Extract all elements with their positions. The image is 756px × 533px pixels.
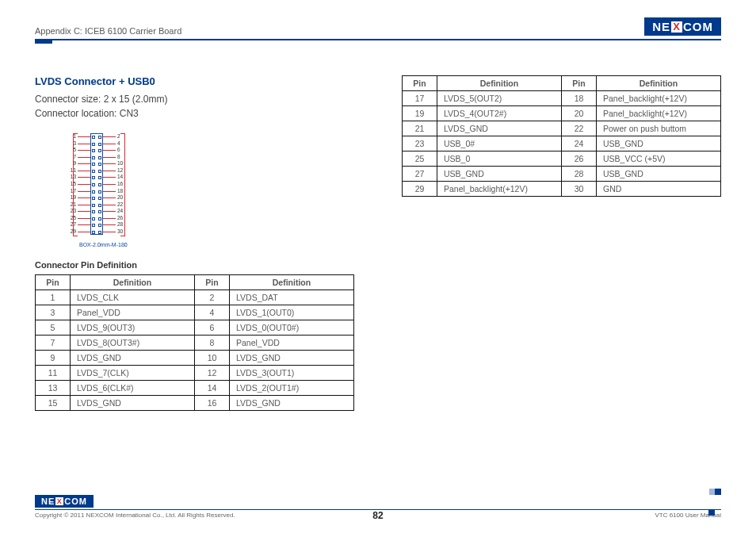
th-definition: Definition (437, 76, 562, 91)
diagram-pin-label: 27 (67, 221, 76, 227)
th-definition: Definition (230, 275, 354, 290)
definition-cell: LVDS_2(OUT1#) (230, 381, 354, 396)
connector-location: Connector location: CN3 (35, 106, 354, 121)
pin-cell: 12 (195, 366, 230, 381)
table-row: 19LVDS_4(OUT2#)20Panel_backlight(+12V) (403, 106, 721, 121)
table-row: 11LVDS_7(CLK)12LVDS_3(OUT1) (36, 366, 354, 381)
definition-cell: USB_GND (597, 167, 721, 182)
definition-cell: LVDS_7(CLK) (71, 366, 195, 381)
logo-part-left: NE (41, 497, 55, 506)
diagram-pin-label: 24 (117, 208, 123, 213)
connector-size: Connector size: 2 x 15 (2.0mm) (35, 92, 354, 106)
copyright: Copyright © 2011 NEXCOM International Co… (35, 512, 235, 519)
diagram-pin-label: 15 (67, 181, 76, 186)
logo-part-right: COM (64, 497, 87, 506)
definition-cell: LVDS_4(OUT2#) (437, 106, 562, 121)
diagram-caption: BOX-2.0mm-M-180 (79, 242, 128, 247)
logo-part-left: NE (652, 20, 670, 33)
th-pin: Pin (195, 275, 230, 290)
definition-cell: LVDS_1(OUT0) (230, 305, 354, 320)
diagram-pin-label: 11 (67, 167, 76, 173)
diagram-pin-label: 13 (67, 174, 76, 179)
pin-cell: 14 (195, 381, 230, 396)
diagram-pin-label: 7 (67, 154, 76, 159)
pin-cell: 25 (403, 151, 437, 167)
pin-cell: 1 (36, 290, 71, 305)
definition-cell: USB_0# (437, 136, 562, 151)
diagram-pin-label: 6 (117, 147, 120, 152)
diagram-pin-label: 23 (67, 208, 76, 213)
table-row: 1LVDS_CLK2LVDS_DAT (36, 290, 354, 305)
definition-cell: USB_GND (437, 167, 562, 182)
diagram-pin-label: 12 (117, 167, 123, 173)
diagram-pin-label: 16 (117, 181, 123, 186)
section-title: LVDS Connector + USB0 (35, 75, 354, 87)
definition-cell: USB_GND (597, 136, 721, 151)
footer-nexcom-logo: NE X COM (35, 495, 94, 508)
table-row: 7LVDS_8(OUT3#)8Panel_VDD (36, 336, 354, 351)
diagram-pin-label: 19 (67, 194, 76, 200)
pin-cell: 21 (403, 121, 437, 136)
definition-cell: LVDS_6(CLK#) (71, 381, 195, 396)
definition-cell: Panel_VDD (230, 336, 354, 351)
connector-diagram: BOX-2.0mm-M-180 123456789101112131415161… (49, 130, 144, 249)
pin-cell: 18 (562, 91, 597, 106)
diagram-pin-label: 28 (117, 221, 123, 227)
diagram-pin-label: 3 (67, 140, 76, 146)
th-pin: Pin (36, 275, 71, 290)
table-row: 3Panel_VDD4LVDS_1(OUT0) (36, 305, 354, 320)
pin-cell: 22 (562, 121, 597, 136)
table-row: 5LVDS_9(OUT3)6LVDS_0(OUT0#) (36, 320, 354, 336)
pin-table-right: Pin Definition Pin Definition 17LVDS_5(O… (402, 75, 721, 197)
pin-cell: 13 (36, 381, 71, 396)
table-row: 9LVDS_GND10LVDS_GND (36, 351, 354, 366)
pin-cell: 9 (36, 351, 71, 366)
pin-cell: 24 (562, 136, 597, 151)
definition-cell: Panel_backlight(+12V) (437, 182, 562, 197)
definition-cell: USB_0 (437, 151, 562, 167)
pin-cell: 27 (403, 167, 437, 182)
pin-cell: 3 (36, 305, 71, 320)
diagram-pin-label: 14 (117, 174, 123, 179)
table-row: 29Panel_backlight(+12V)30GND (403, 182, 721, 197)
diagram-pin-label: 10 (117, 160, 123, 166)
diagram-pin-label: 29 (67, 228, 76, 234)
th-pin: Pin (403, 76, 437, 91)
header-rule (35, 39, 721, 40)
pin-cell: 6 (195, 320, 230, 336)
th-pin: Pin (562, 76, 597, 91)
table-row: 27USB_GND28USB_GND (403, 167, 721, 182)
pin-table-left: Pin Definition Pin Definition 1LVDS_CLK2… (35, 274, 354, 411)
diagram-pin-label: 9 (67, 160, 76, 166)
definition-cell: GND (597, 182, 721, 197)
definition-cell: LVDS_9(OUT3) (71, 320, 195, 336)
diagram-pin-label: 17 (67, 188, 76, 194)
pin-cell: 8 (195, 336, 230, 351)
pin-cell: 11 (36, 366, 71, 381)
diagram-pin-label: 2 (117, 133, 120, 139)
definition-cell: LVDS_5(OUT2) (437, 91, 562, 106)
table-row: 25USB_026USB_VCC (+5V) (403, 151, 721, 167)
definition-cell: LVDS_GND (437, 121, 562, 136)
definition-cell: Panel_VDD (71, 305, 195, 320)
diagram-pin-label: 5 (67, 147, 76, 152)
pin-cell: 29 (403, 182, 437, 197)
table-row: 23USB_0#24USB_GND (403, 136, 721, 151)
definition-cell: USB_VCC (+5V) (597, 151, 721, 167)
pin-cell: 2 (195, 290, 230, 305)
definition-cell: Panel_backlight(+12V) (597, 106, 721, 121)
table-row: 17LVDS_5(OUT2)18Panel_backlight(+12V) (403, 91, 721, 106)
table-row: 13LVDS_6(CLK#)14LVDS_2(OUT1#) (36, 381, 354, 396)
diagram-pin-label: 20 (117, 194, 123, 200)
diagram-pin-label: 1 (67, 133, 76, 139)
pin-cell: 19 (403, 106, 437, 121)
pin-cell: 20 (562, 106, 597, 121)
definition-cell: LVDS_GND (230, 396, 354, 411)
definition-cell: LVDS_GND (71, 351, 195, 366)
pin-cell: 15 (36, 396, 71, 411)
diagram-pin-label: 30 (117, 228, 123, 234)
pin-cell: 30 (562, 182, 597, 197)
definition-cell: LVDS_GND (230, 351, 354, 366)
th-definition: Definition (597, 76, 721, 91)
definition-cell: LVDS_3(OUT1) (230, 366, 354, 381)
